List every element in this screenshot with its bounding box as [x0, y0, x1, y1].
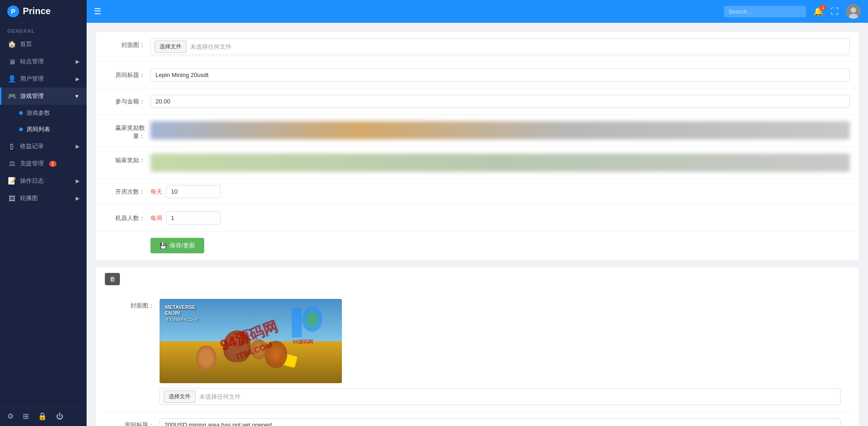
character2 [196, 345, 217, 370]
sidebar-item-recharge-label: 充提管理 [20, 159, 44, 168]
form1-cover-label: 封面图： [105, 38, 150, 49]
form1-winner-label: 赢家奖励数量： [105, 121, 150, 140]
search-input[interactable] [724, 6, 806, 17]
home-icon: 🏠 [7, 40, 16, 48]
chevron-right-icon5: ▶ [76, 195, 79, 201]
form1-amount-row: 参与金额： [96, 88, 859, 115]
form1-open-times-label: 开房次数： [105, 185, 150, 196]
app-logo[interactable]: P Prince [0, 0, 87, 23]
form1-save-spacer [105, 238, 150, 241]
sidebar-item-operation-label: 操作日志 [20, 177, 44, 185]
sidebar-item-game-params[interactable]: 游戏参数 [0, 105, 87, 121]
log-icon: 📝 [7, 177, 16, 185]
form1-container: 封面图： 选择文件 未选择任何文件 房间标题： 参与金额： 赢家奖励数量： [96, 32, 859, 260]
form1-winner-input-blurred[interactable] [150, 121, 850, 139]
form1-loser-row: 输家奖励： [96, 147, 859, 179]
game-image-container: METAVERSEENJINマスクのマイニング [160, 299, 342, 383]
form2-cover-content: METAVERSEENJINマスクのマイニング [160, 299, 841, 405]
sidebar-item-recharge[interactable]: ⚖ 充提管理 1 [0, 155, 87, 172]
form2-room-title-row: 房间标题： [105, 412, 850, 426]
game-title-text: METAVERSEENJINマスクのマイニング [165, 304, 198, 323]
svg-point-1 [851, 7, 856, 13]
form2-cover-row: 封面图： METAVERSEENJINマスクのマイニング [105, 293, 850, 412]
sidebar-footer: ⚙ ⊞ 🔒 ⏻ [0, 406, 87, 426]
form1-open-times-inputs: 每天 [150, 185, 221, 198]
gamepad-icon: 🎮 [7, 92, 16, 100]
lock-icon[interactable]: 🔒 [38, 412, 47, 421]
char4 [251, 339, 267, 359]
fullscreen-icon[interactable]: ⛶ [831, 7, 839, 16]
form1-save-btn-label: 保存/更新 [170, 241, 195, 250]
sidebar: P Prince GENERAL 🏠 首页 🖥 站点管理 ▶ 👤 用户管理 ▶ … [0, 0, 87, 426]
bitcoin-icon: ₿ [7, 143, 16, 150]
form1-room-title-row: 房间标题： [96, 62, 859, 88]
form1-file-placeholder: 未选择任何文件 [190, 43, 232, 51]
form2-delete-btn[interactable]: 🗑 [105, 273, 120, 285]
form2-cover-label: 封面图： [114, 299, 160, 310]
form1-open-times-freq: 每天 [150, 188, 162, 196]
sidebar-item-home-label: 首页 [20, 40, 32, 48]
sidebar-item-site-label: 站点管理 [20, 57, 44, 66]
form2-room-title-input[interactable] [160, 418, 841, 426]
form1-robot-input[interactable] [166, 211, 221, 225]
game-image: METAVERSEENJINマスクのマイニング [160, 299, 342, 383]
power-icon[interactable]: ⏻ [56, 412, 63, 421]
user-avatar[interactable] [846, 4, 861, 19]
settings-icon[interactable]: ⚙ [7, 412, 14, 421]
sidebar-section-label: GENERAL [0, 23, 87, 36]
chevron-right-icon3: ▶ [76, 144, 79, 149]
form1-loser-input-blurred[interactable] [150, 154, 850, 172]
sidebar-item-game-mgmt[interactable]: 🎮 游戏管理 ▼ [0, 87, 87, 105]
sidebar-sub-game-params-label: 游戏参数 [26, 109, 50, 117]
sidebar-item-carousel-label: 轮播图 [20, 194, 38, 202]
character1 [223, 330, 251, 362]
sidebar-item-room-list[interactable]: 房间列表 [0, 121, 87, 138]
form1-open-times-input[interactable] [166, 185, 221, 198]
char3 [264, 341, 287, 368]
sidebar-item-carousel[interactable]: 🖼 轮播图 ▶ [0, 190, 87, 207]
grid-icon[interactable]: ⊞ [23, 412, 29, 421]
sidebar-item-earnings-label: 收益记录 [20, 142, 44, 150]
form1-amount-label: 参与金额： [105, 95, 150, 106]
form1-cover-row: 封面图： 选择文件 未选择任何文件 [96, 32, 859, 62]
sidebar-item-site-mgmt[interactable]: 🖥 站点管理 ▶ [0, 53, 87, 70]
scale-icon: ⚖ [7, 159, 16, 168]
sidebar-item-earnings[interactable]: ₿ 收益记录 ▶ [0, 138, 87, 155]
logo-icon: P [7, 5, 19, 17]
form1-file-btn[interactable]: 选择文件 [155, 41, 186, 53]
chevron-down-icon: ▼ [74, 93, 79, 99]
recharge-badge: 1 [49, 161, 57, 167]
sidebar-item-operation[interactable]: 📝 操作日志 ▶ [0, 172, 87, 190]
form1-robot-row: 机器人数： 每局 [96, 205, 859, 231]
hamburger-icon[interactable]: ☰ [94, 6, 101, 16]
form2-container: 🗑 封面图： METAVERSEENJINマスクのマイニング [96, 267, 859, 426]
header: ☰ 🔔 1 ⛶ [87, 0, 868, 23]
sidebar-item-user-mgmt[interactable]: 👤 用户管理 ▶ [0, 70, 87, 87]
form1-room-title-input[interactable] [150, 68, 850, 82]
dot-icon [19, 111, 23, 115]
app-title: Prince [23, 6, 51, 16]
main-area: ☰ 🔔 1 ⛶ 封面图： 选择文件 未选择任何文件 [87, 0, 868, 426]
form2-file-btn[interactable]: 选择文件 [164, 390, 196, 403]
form1-robot-freq: 每局 [150, 214, 162, 222]
form1-save-row: 💾 保存/更新 [96, 231, 859, 260]
chevron-right-icon: ▶ [76, 59, 79, 65]
chevron-right-icon2: ▶ [76, 76, 79, 82]
content-area: 封面图： 选择文件 未选择任何文件 房间标题： 参与金额： 赢家奖励数量： [87, 23, 868, 426]
form2-file-input: 选择文件 未选择任何文件 [160, 388, 841, 405]
save-icon: 💾 [160, 242, 167, 249]
chevron-right-icon4: ▶ [76, 178, 79, 184]
form2-room-title-label: 房间标题： [114, 418, 160, 426]
form1-robot-inputs: 每局 [150, 211, 221, 225]
form2-delete-row: 🗑 [105, 273, 850, 289]
form1-loser-label: 输家奖励： [105, 154, 150, 164]
form1-room-title-label: 房间标题： [105, 68, 150, 79]
form2-file-placeholder: 未选择任何文件 [199, 393, 241, 401]
sidebar-item-home[interactable]: 🏠 首页 [0, 36, 87, 53]
form1-save-btn[interactable]: 💾 保存/更新 [150, 238, 204, 253]
sidebar-item-game-label: 游戏管理 [20, 92, 44, 100]
image-icon: 🖼 [7, 195, 16, 202]
sidebar-item-user-label: 用户管理 [20, 75, 44, 83]
notification-icon[interactable]: 🔔 1 [813, 6, 823, 16]
form1-amount-input[interactable] [150, 95, 850, 108]
